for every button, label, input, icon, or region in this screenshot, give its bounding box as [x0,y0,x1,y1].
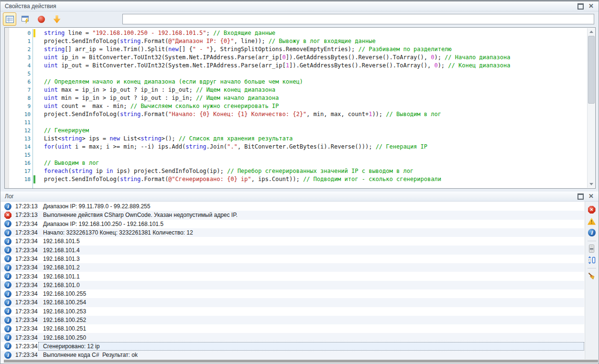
line-number: 17 [9,167,33,175]
close-icon[interactable]: ✕ [588,4,594,9]
line-number: 10 [9,110,33,118]
log-timestamp: 17:23:34 [15,247,38,254]
log-row[interactable]: i17:23:34192.168.101.3 [1,255,584,263]
log-row[interactable]: i17:23:34192.168.100.254 [1,298,584,307]
line-number: 14 [9,143,33,151]
line-number: 12 [9,127,33,135]
log-row[interactable]: i17:23:34192.168.101.2 [1,263,584,272]
code-line[interactable]: 1project.SendInfoToLog(string.Format(@"Д… [9,37,587,45]
log-row[interactable]: i17:23:34192.168.100.252 [1,316,584,324]
code-editor[interactable]: 0string line = "192.168.100.250 - 192.16… [4,27,596,189]
filter-info-button[interactable]: i [587,227,597,238]
log-row[interactable]: ✕17:23:13Выполнение действия CSharp OwnC… [1,211,584,219]
log-title: Лог [5,193,577,200]
code-line[interactable]: 12// Генерируем [9,127,587,135]
line-number: 3 [9,54,33,62]
scroll-down-icon[interactable] [588,181,595,188]
log-row[interactable]: i17:23:34192.168.101.1 [1,272,584,280]
log-row[interactable]: i17:23:34Сгенерировано: 12 ip [1,342,584,351]
action-name-input[interactable] [122,14,594,24]
panel-splitter[interactable] [0,188,599,192]
log-row[interactable]: i17:23:13Диапазон IP: 99.11.789.0 - 99.2… [1,202,584,211]
scroll-position-button[interactable] [587,243,597,254]
log-message: Выполнение действия CSharp OwnCode. Указ… [38,211,584,219]
code-line[interactable]: 8uint min = ip_in > ip_out ? ip_out : ip… [9,94,587,102]
resize-grip[interactable] [4,360,598,363]
code-text: // Определяем начало и конец диапазона (… [35,78,303,86]
log-row[interactable]: i17:23:34192.168.100.250 [1,333,584,342]
fit-rows-icon [588,256,596,264]
code-line[interactable]: 7uint max = ip_in > ip_out ? ip_in : ip_… [9,86,587,94]
code-line[interactable]: 3uint ip_in = BitConverter.ToUInt32(Syst… [9,54,587,62]
log-message: 192.168.100.250 [38,333,584,342]
editor-vertical-scrollbar[interactable] [587,28,595,188]
log-message: 192.168.101.1 [38,272,584,280]
code-line[interactable]: 5 [9,70,587,78]
log-row[interactable]: i17:23:34192.168.101.4 [1,246,584,254]
line-number: 16 [9,159,33,167]
line-number: 4 [9,62,33,70]
code-line[interactable]: 4uint ip_out = BitConverter.ToUInt32(Sys… [9,62,587,70]
code-line[interactable]: 18project.SendInfoToLog(string.Format(@"… [9,175,587,183]
code-line[interactable]: 17foreach(string ip in ips) project.Send… [9,167,587,175]
log-timestamp: 17:23:34 [15,334,38,341]
code-line[interactable]: 16// Выводим в лог [9,159,587,167]
log-info-icon: i [4,325,11,332]
code-line[interactable]: 6// Определяем начало и конец диапазона … [9,78,587,86]
log-info-icon: i [4,352,11,359]
run-step-button[interactable] [50,12,64,26]
log-timestamp: 17:23:34 [15,256,38,262]
log-row[interactable]: i17:23:34Диапазон IP: 192.168.100.250 - … [1,220,584,228]
action-properties-window: Свойства действия ✕ [0,0,599,364]
filter-errors-button[interactable]: ✕ [587,204,597,215]
fit-rows-button[interactable] [587,255,597,265]
record-button[interactable] [34,12,48,26]
properties-grid-button[interactable] [3,12,16,26]
code-line[interactable]: 2string[] arr_ip = line.Trim().Split(new… [9,45,587,54]
log-timestamp: 17:23:34 [15,229,38,236]
log-error-icon: ✕ [4,212,11,219]
code-lines: 0string line = "192.168.100.250 - 192.16… [9,29,587,188]
log-info-icon: i [4,229,11,236]
code-line[interactable]: 13List<string> ips = new List<string>();… [9,135,587,143]
clear-log-button[interactable] [587,270,597,281]
script-editor-button[interactable] [19,12,32,26]
log-row[interactable]: i17:23:34Выполнение кода C# Результат: o… [1,351,584,359]
log-row[interactable]: i17:23:34Начало: 3232261370 Конец: 32322… [1,228,584,237]
log-row[interactable]: i17:23:34192.168.100.253 [1,307,584,316]
line-number: 0 [9,29,33,37]
log-info-icon: i [4,238,11,245]
log-maximize-icon[interactable] [577,193,584,200]
toolbar-separator [588,241,596,241]
log-row[interactable]: i17:23:34192.168.100.251 [1,324,584,333]
code-text: string line = "192.168.100.250 - 192.168… [35,29,275,37]
log-row[interactable]: i17:23:34192.168.101.0 [1,281,584,289]
code-line[interactable]: 9uint count = max - min; // Вычисляем ск… [9,102,587,110]
scroll-up-icon[interactable] [588,28,595,35]
filter-warnings-button[interactable]: ! [587,216,597,226]
log-row[interactable]: i17:23:34192.168.100.255 [1,289,584,298]
log-timestamp: 17:23:34 [15,273,38,280]
code-line[interactable]: 0string line = "192.168.100.250 - 192.16… [9,29,587,37]
line-number: 15 [9,151,33,159]
code-line[interactable]: 14for(uint i = max; i >= min; --i) ips.A… [9,143,587,151]
scrollbar-thumb[interactable] [588,36,595,104]
log-row[interactable]: i17:23:34192.168.101.5 [1,237,584,246]
code-line[interactable]: 11 [9,118,587,127]
log-message: Диапазон IP: 192.168.100.250 - 192.168.1… [38,220,584,228]
log-info-icon: i [4,308,11,315]
code-line[interactable]: 10project.SendInfoToLog(string.Format("Н… [9,110,587,118]
code-line[interactable]: 15 [9,151,587,159]
line-number: 7 [9,86,33,94]
line-number: 8 [9,94,33,102]
log-rows: i17:23:13Диапазон IP: 99.11.789.0 - 99.2… [1,202,584,359]
record-icon [38,16,45,23]
log-message: 192.168.101.4 [38,246,584,254]
log-timestamp: 17:23:34 [15,308,38,315]
log-info-icon: i [4,255,11,262]
log-message: Сгенерировано: 12 ip [38,342,584,351]
maximize-icon[interactable] [577,3,584,10]
code-text [35,118,44,127]
log-close-icon[interactable]: ✕ [588,194,594,199]
clear-log-icon [588,272,596,280]
